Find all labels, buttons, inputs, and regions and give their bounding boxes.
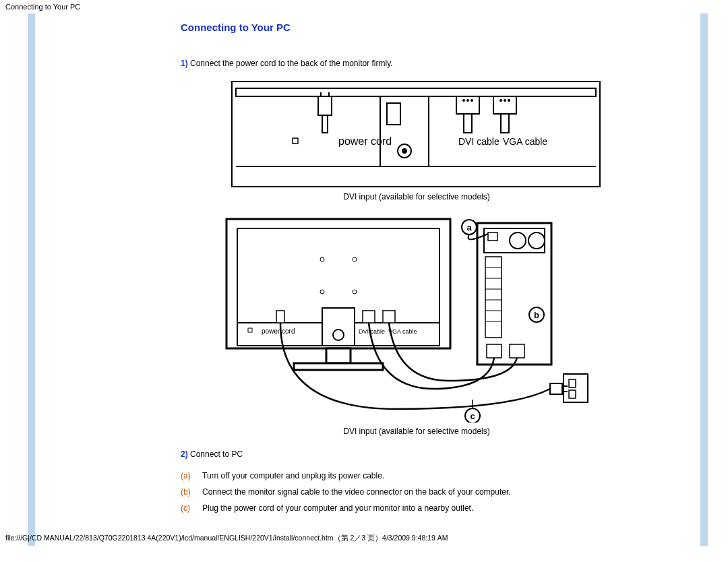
fig1-label-vga: VGA cable — [503, 136, 547, 147]
fig1-label-power: power cord — [338, 135, 392, 147]
substep-b-mark: (b) — [181, 487, 202, 497]
wall-outlet-icon — [564, 374, 588, 402]
step-1-text: Connect the power cord to the back of th… — [190, 59, 393, 68]
svg-rect-44 — [488, 232, 497, 241]
svg-point-27 — [353, 290, 357, 294]
svg-rect-62 — [550, 383, 562, 394]
svg-point-25 — [353, 257, 357, 261]
svg-rect-45 — [485, 257, 502, 338]
figure-2: power cord DVI cable VGA cable b — [194, 214, 653, 423]
step-2-text: Connect to PC — [190, 449, 243, 459]
svg-rect-8 — [322, 115, 328, 133]
page-body: Connecting to Your PC 1) Connect the pow… — [0, 13, 728, 546]
step-2-number: 2) — [181, 449, 188, 459]
svg-point-24 — [320, 257, 324, 261]
svg-rect-12 — [464, 114, 472, 133]
fig1-label-dvi: DVI cable — [458, 136, 499, 147]
svg-text:power cord: power cord — [262, 327, 295, 335]
svg-point-5 — [402, 148, 407, 154]
svg-rect-60 — [569, 379, 576, 387]
page-footer-path: file:///G|/CD MANUAL/22/813/Q70G2201813 … — [5, 534, 448, 543]
svg-point-43 — [528, 232, 545, 249]
svg-rect-54 — [487, 344, 502, 358]
content-column: Connecting to Your PC 1) Connect the pow… — [181, 22, 666, 520]
substep-b-text: Connect the monitor signal cable to the … — [202, 487, 511, 497]
svg-rect-16 — [493, 96, 516, 114]
svg-text:c: c — [470, 411, 475, 421]
svg-rect-1 — [236, 88, 596, 96]
decor-bar-left — [28, 13, 35, 546]
step-2: 2) Connect to PC — [181, 449, 666, 459]
substep-c-mark: (c) — [181, 503, 202, 513]
substep-list: (a) Turn off your computer and unplug it… — [181, 471, 666, 513]
svg-rect-32 — [294, 363, 383, 370]
substep-a-mark: (a) — [181, 471, 202, 480]
svg-rect-35 — [383, 311, 395, 323]
substep-a: (a) Turn off your computer and unplug it… — [181, 471, 666, 480]
decor-bar-right — [700, 13, 708, 546]
svg-rect-36 — [248, 328, 252, 332]
svg-rect-11 — [456, 96, 479, 114]
page-title: Connecting to Your PC — [181, 22, 666, 33]
svg-text:VGA cable: VGA cable — [388, 328, 417, 335]
substep-c: (c) Plug the power cord of your computer… — [181, 503, 666, 513]
svg-point-18 — [504, 99, 506, 102]
svg-point-14 — [471, 99, 473, 102]
figure-1: power cord DVI cable VGA cable — [224, 80, 608, 188]
svg-point-20 — [499, 99, 502, 102]
svg-rect-61 — [569, 390, 576, 398]
svg-text:b: b — [534, 310, 539, 320]
svg-text:a: a — [466, 222, 472, 232]
svg-rect-21 — [293, 138, 298, 144]
figure-2-caption: DVI input (available for selective model… — [181, 427, 653, 436]
substep-a-text: Turn off your computer and unplug its po… — [202, 471, 384, 480]
substep-b: (b) Connect the monitor signal cable to … — [181, 487, 666, 497]
svg-rect-6 — [387, 103, 400, 125]
monitor-back-panel-icon: power cord DVI cable VGA cable — [231, 80, 601, 188]
svg-text:DVI cable: DVI cable — [359, 328, 385, 335]
page-header: Connecting to Your PC — [0, 0, 728, 13]
svg-point-19 — [508, 99, 510, 102]
svg-rect-31 — [326, 348, 351, 363]
svg-point-30 — [333, 330, 344, 340]
monitor-pc-wiring-icon: power cord DVI cable VGA cable b — [221, 214, 626, 423]
svg-point-26 — [320, 290, 324, 294]
step-1: 1) Connect the power cord to the back of… — [181, 59, 666, 68]
svg-point-15 — [462, 99, 465, 102]
svg-rect-33 — [276, 311, 284, 323]
svg-rect-7 — [318, 96, 332, 115]
svg-rect-55 — [510, 344, 524, 358]
svg-point-13 — [466, 99, 469, 102]
svg-point-42 — [510, 232, 526, 249]
substep-c-text: Plug the power cord of your computer and… — [202, 503, 473, 513]
figure-1-caption: DVI input (available for selective model… — [181, 192, 653, 201]
svg-rect-34 — [363, 311, 375, 323]
step-1-number: 1) — [181, 59, 188, 68]
svg-rect-17 — [501, 114, 509, 133]
